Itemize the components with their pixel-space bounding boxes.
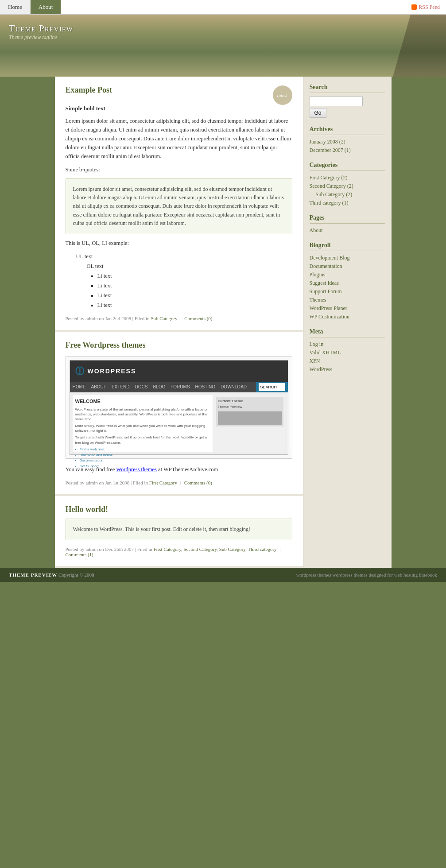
post-meta-example: Posted by admin on Jan 2nd 2008 | Filed …	[66, 316, 292, 321]
post-meta-hello: Posted by admin on Dec 26th 2007 | Filed…	[66, 546, 292, 557]
post-wp-category-link[interactable]: First Category	[149, 480, 177, 485]
blogroll-suggest[interactable]: Suggest Ideas	[310, 280, 385, 287]
post-meta-text: Posted by admin on Jan 2nd 2008 | Filed …	[66, 316, 150, 321]
nav-left: Home About	[0, 0, 61, 14]
sidebar-search-section: Search Go	[310, 84, 385, 118]
wp-logo-bar: ⓘ WORDPRESS	[70, 360, 288, 382]
wp-nav-forums: FORUMS	[168, 382, 192, 392]
post-example: latest Example Post Simple bold text Lor…	[55, 77, 303, 332]
page-about[interactable]: About	[310, 227, 385, 234]
wp-logo-text: WORDPRESS	[88, 366, 136, 376]
main-wrapper: latest Example Post Simple bold text Lor…	[55, 77, 392, 568]
wp-theme-preview-thumb	[218, 411, 282, 425]
nav-item-about[interactable]: About	[31, 0, 62, 14]
post-title-hello: Hello world!	[66, 505, 292, 514]
ol-item: OL text	[87, 262, 292, 271]
sidebar-blogroll-title: Blogroll	[310, 242, 385, 251]
sidebar-categories-title: Categories	[310, 162, 385, 171]
post-body-example: Lorem ipsum dolor sit amet, consectetur …	[66, 116, 292, 310]
footer-right: wordpress themes wordpress themes design…	[296, 572, 437, 577]
wp-link-4: Get Support	[80, 464, 210, 469]
sidebar-meta-section: Meta Log in Valid XHTML XFN WordPress	[310, 328, 385, 373]
wp-nav-bar: HOME ABOUT EXTEND DOCS BLOG FORUMS HOSTI…	[70, 382, 288, 392]
wp-sidebar: Current Theme Theme Preview	[214, 395, 285, 452]
post-para-1: Lorem ipsum dolor sit amet, consectetur …	[66, 116, 292, 161]
sidebar-categories-section: Categories First Category (2) Second Cat…	[310, 162, 385, 206]
site-tagline: Theme preview tagline	[9, 34, 73, 41]
meta-login[interactable]: Log in	[310, 341, 385, 348]
wp-logo-symbol: ⓘ	[75, 364, 84, 378]
wp-link-2: Download and Install	[80, 453, 210, 458]
site-footer: THEME PREVIEW Copyright © 2008 wordpress…	[0, 568, 446, 582]
meta-xhtml[interactable]: Valid XHTML	[310, 349, 385, 356]
post-comments-link[interactable]: Comments (0)	[184, 316, 212, 321]
sidebar-meta-title: Meta	[310, 328, 385, 337]
hello-cat-2[interactable]: Second Category	[184, 546, 217, 552]
sidebar-archives-section: Archives January 2008 (2) December 2007 …	[310, 126, 385, 154]
rss-link[interactable]: RSS Feed	[405, 0, 446, 14]
post-wp-themes: Free Wordpress themes ⓘ WORDPRESS HOME A…	[55, 332, 303, 496]
wp-search-input[interactable]	[259, 383, 285, 391]
post-wp-comments-link[interactable]: Comments (0)	[184, 480, 212, 485]
blockquote-label: Some b-quotes:	[66, 165, 292, 174]
blogroll-dev[interactable]: Development Blog	[310, 255, 385, 261]
wp-nav-about: ABOUT	[89, 382, 109, 392]
cat-sub[interactable]: Sub Category (2)	[316, 191, 385, 198]
wp-screenshot: ⓘ WORDPRESS HOME ABOUT EXTEND DOCS BLOG …	[66, 356, 292, 459]
wp-welcome-body: WordPress is a state-of-the-art semantic…	[75, 407, 210, 422]
footer-copy: Copyright © 2008	[58, 572, 94, 577]
li-item-3: Li text	[97, 291, 292, 300]
wp-search-bar	[256, 382, 288, 392]
post-title-example: Example Post	[66, 85, 292, 95]
blogroll-wp-planet[interactable]: WordPress Planet	[310, 305, 385, 312]
hello-cat-3[interactable]: Sub Category	[219, 546, 245, 552]
cat-second[interactable]: Second Category (2)	[310, 183, 385, 190]
hello-cat-1[interactable]: First Category	[153, 546, 181, 552]
footer-brand: THEME PREVIEW	[9, 572, 57, 577]
nav-item-home[interactable]: Home	[0, 0, 31, 14]
meta-wordpress[interactable]: WordPress	[310, 366, 385, 373]
footer-right-text: wordpress themes wordpress themes design…	[296, 572, 437, 577]
blogroll-support[interactable]: Support Forum	[310, 288, 385, 295]
archive-jan-2008[interactable]: January 2008 (2)	[310, 139, 385, 145]
content-area: latest Example Post Simple bold text Lor…	[55, 77, 303, 568]
post-body-wp: ⓘ WORDPRESS HOME ABOUT EXTEND DOCS BLOG …	[66, 356, 292, 474]
hello-blockquote: Welcome to WordPress. This is your first…	[66, 519, 292, 540]
search-input[interactable]	[310, 97, 363, 106]
blogroll-docs[interactable]: Documentation	[310, 263, 385, 270]
post-hello-world: Hello world! Welcome to WordPress. This …	[55, 496, 303, 568]
list-label: This is UL, OL, LI example:	[66, 239, 292, 248]
blogroll-wp-custom[interactable]: WP Customization	[310, 314, 385, 320]
site-title: Theme Preview	[9, 23, 73, 34]
wp-link-3: Documentation	[80, 458, 210, 464]
wp-nav-extend: EXTEND	[109, 382, 132, 392]
cat-third[interactable]: Third category (1)	[310, 200, 385, 206]
blogroll-themes[interactable]: Themes	[310, 297, 385, 303]
sidebar-blogroll-section: Blogroll Development Blog Documentation …	[310, 242, 385, 320]
sidebar-archives-title: Archives	[310, 126, 385, 135]
blogroll-plugins[interactable]: Plugins	[310, 271, 385, 278]
wp-nav-download: DOWNLOAD	[218, 382, 249, 392]
wp-welcome-body3: To get started with WordPress, set it up…	[75, 435, 210, 445]
sidebar: Search Go Archives January 2008 (2) Dece…	[303, 77, 392, 568]
hello-cat-4[interactable]: Third category	[248, 546, 277, 552]
navigation-bar: Home About RSS Feed	[0, 0, 446, 15]
wp-welcome-title: WELCOME	[75, 398, 210, 406]
archive-dec-2007[interactable]: December 2007 (1)	[310, 147, 385, 154]
post-subtitle: Simple bold text	[66, 105, 292, 112]
wp-nav-docs: DOCS	[132, 382, 151, 392]
list-section: This is UL, OL, LI example: UL text OL t…	[66, 239, 292, 310]
post-body-hello: Welcome to WordPress. This is your first…	[66, 519, 292, 540]
latest-badge: latest	[273, 85, 292, 105]
hello-comments-link[interactable]: Comments (1)	[66, 552, 93, 557]
post-meta-wp: Posted by admin on Jan 1st 2008 | Filed …	[66, 480, 292, 485]
search-button[interactable]: Go	[310, 108, 326, 118]
sidebar-search-title: Search	[310, 84, 385, 93]
cat-first[interactable]: First Category (2)	[310, 174, 385, 181]
post-category-link[interactable]: Sub Category	[151, 316, 177, 321]
wp-main-content: WELCOME WordPress is a state-of-the-art …	[73, 395, 213, 452]
li-item-2: Li text	[97, 281, 292, 290]
ul-item: UL text	[76, 252, 292, 261]
meta-xfn[interactable]: XFN	[310, 358, 385, 364]
wp-nav-home: HOME	[70, 382, 89, 392]
